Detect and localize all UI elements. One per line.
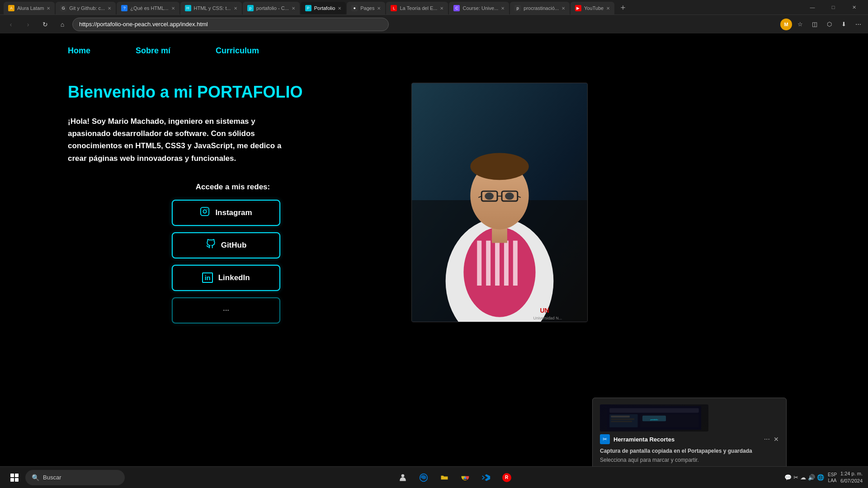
tab-favicon-alura: A xyxy=(8,5,14,11)
title-bar: A Alura Latam ✕ G Git y Github: c... ✕ ?… xyxy=(0,0,868,14)
home-button[interactable]: ⌂ xyxy=(55,18,70,31)
hero-bio: ¡Hola! Soy Mario Machado, ingeniero en s… xyxy=(68,115,285,164)
taskbar-search-label: Buscar xyxy=(43,474,61,481)
tab-bar: A Alura Latam ✕ G Git y Github: c... ✕ ?… xyxy=(4,0,797,14)
language-indicator[interactable]: ESP LAA xyxy=(828,472,837,483)
taskbar: 🔍 Buscar xyxy=(0,466,868,488)
site-nav: Home Sobre mí Curriculum xyxy=(0,33,868,56)
social-buttons: Instagram GitHub in Lin xyxy=(68,200,384,324)
nav-sobre-mi[interactable]: Sobre mí xyxy=(136,46,170,56)
profile-icon[interactable]: M xyxy=(780,19,792,30)
windows-logo xyxy=(10,474,19,482)
github-button[interactable]: GitHub xyxy=(172,232,280,258)
tab-close-htmlcss[interactable]: ✕ xyxy=(234,6,237,11)
new-tab-button[interactable]: ＋ xyxy=(615,2,631,13)
snip-menu-icon[interactable]: ··· xyxy=(764,435,770,443)
files-icon xyxy=(440,473,449,482)
tab-pages[interactable]: ● Pages ✕ xyxy=(347,2,385,14)
snip-sub: Selecciona aquí para marcar y compartir. xyxy=(600,456,779,464)
settings-icon[interactable]: ⋯ xyxy=(852,18,864,31)
tab-git[interactable]: G Git y Github: c... ✕ xyxy=(56,2,116,14)
volume-icon[interactable]: 🔊 xyxy=(808,474,815,481)
tab-favicon-pages: ● xyxy=(351,5,358,11)
reload-button[interactable]: ↻ xyxy=(38,18,52,31)
snip-preview: portafolio xyxy=(600,404,708,432)
tab-close-git[interactable]: ✕ xyxy=(108,6,111,11)
tab-favicon-html-what: ? xyxy=(121,5,127,11)
taskbar-search[interactable]: 🔍 Buscar xyxy=(25,470,125,485)
tab-teoria[interactable]: L La Teoría del E... ✕ xyxy=(386,2,448,14)
svg-point-20 xyxy=(485,192,494,200)
tab-portafolio-c[interactable]: p portafolio - C... ✕ xyxy=(243,2,300,14)
tab-label-htmlcss: HTML y CSS: t... xyxy=(194,5,231,11)
tab-label-teoria: La Teoría del E... xyxy=(400,5,437,11)
tab-close-youtube[interactable]: ✕ xyxy=(606,6,610,11)
svg-point-2 xyxy=(207,209,208,210)
taskbar-app-person[interactable] xyxy=(394,469,412,487)
nav-home[interactable]: Home xyxy=(68,46,90,56)
tab-close-pages[interactable]: ✕ xyxy=(377,6,381,11)
maximize-button[interactable]: □ xyxy=(823,0,844,14)
address-bar-row: ‹ › ↻ ⌂ M ☆ ◫ ⬡ ⬇ ⋯ xyxy=(0,14,868,33)
onedrive-icon[interactable]: ☁ xyxy=(800,474,806,481)
linkedin-button[interactable]: in LinkedIn xyxy=(172,265,280,291)
toolbar-icons: M ☆ ◫ ⬡ ⬇ ⋯ xyxy=(780,18,864,31)
tab-close-teoria[interactable]: ✕ xyxy=(440,6,443,11)
hero-right: UN Universidad N... Abierta y a D... xyxy=(411,83,588,466)
address-input[interactable] xyxy=(72,18,389,31)
nav-curriculum[interactable]: Curriculum xyxy=(216,46,259,56)
lang-region: LAA xyxy=(828,478,837,483)
tab-course[interactable]: C Course: Unive... ✕ xyxy=(449,2,509,14)
tab-alura[interactable]: A Alura Latam ✕ xyxy=(4,2,55,14)
instagram-button[interactable]: Instagram xyxy=(172,200,280,226)
more-social-label: ··· xyxy=(223,306,229,315)
tab-close-html-what[interactable]: ✕ xyxy=(171,6,175,11)
tab-close-procrastina[interactable]: ✕ xyxy=(561,6,565,11)
tab-close-alura[interactable]: ✕ xyxy=(47,6,50,11)
tab-label-course: Course: Unive... xyxy=(462,5,498,11)
taskbar-app-vscode[interactable] xyxy=(477,469,495,487)
taskbar-app-circle[interactable]: R xyxy=(498,469,516,487)
tab-html-what[interactable]: ? ¿Qué es HTML... ✕ xyxy=(117,2,179,14)
tab-close-portafolio-c[interactable]: ✕ xyxy=(292,6,295,11)
tab-close-portafolio[interactable]: ✕ xyxy=(338,6,341,11)
back-button[interactable]: ‹ xyxy=(4,18,18,31)
network-icon[interactable]: 🌐 xyxy=(817,474,824,481)
collections-icon[interactable]: ◫ xyxy=(808,18,821,31)
svg-rect-31 xyxy=(611,421,632,422)
tab-procrastina[interactable]: p procrastinació... ✕ xyxy=(510,2,570,14)
taskbar-app-edge[interactable] xyxy=(415,469,433,487)
profile-photo-svg: UN Universidad N... Abierta y a D... xyxy=(412,83,587,322)
edge-icon xyxy=(419,473,428,482)
tab-label-portafolio: Portafolio xyxy=(314,5,335,11)
snip-preview-svg: portafolio xyxy=(602,406,707,430)
start-button[interactable] xyxy=(5,469,24,487)
tab-close-course[interactable]: ✕ xyxy=(501,6,505,11)
downloads-icon[interactable]: ⬇ xyxy=(837,18,850,31)
tab-portafolio[interactable]: P Portafolio ✕ xyxy=(301,2,346,14)
more-social-button[interactable]: ··· xyxy=(172,297,280,324)
svg-point-1 xyxy=(203,210,207,213)
close-button[interactable]: ✕ xyxy=(844,0,864,14)
minimize-button[interactable]: — xyxy=(802,0,823,14)
discord-icon[interactable]: 💬 xyxy=(784,474,792,481)
instagram-icon xyxy=(200,206,210,219)
red-app-icon: R xyxy=(502,473,511,482)
profile-photo: UN Universidad N... Abierta y a D... xyxy=(411,83,588,322)
taskbar-app-files[interactable] xyxy=(435,469,453,487)
tab-youtube[interactable]: ▶ YouTube ✕ xyxy=(571,2,614,14)
snip-taskbar-icon[interactable]: ✂ xyxy=(793,474,798,481)
linkedin-label: LinkedIn xyxy=(218,273,250,282)
favorites-icon[interactable]: ☆ xyxy=(794,18,807,31)
taskbar-right: 💬 ✂ ☁ 🔊 🌐 ESP LAA 1:24 p. m. 6/07/2024 xyxy=(784,470,863,484)
snip-close-button[interactable]: ✕ xyxy=(774,436,779,443)
forward-button[interactable]: › xyxy=(21,18,35,31)
taskbar-clock[interactable]: 1:24 p. m. 6/07/2024 xyxy=(840,470,863,484)
tab-favicon-portafolio: P xyxy=(305,5,311,11)
taskbar-app-chrome[interactable] xyxy=(456,469,474,487)
snip-app-icon: ✂ xyxy=(600,434,610,444)
extensions-icon[interactable]: ⬡ xyxy=(823,18,835,31)
hero-section: Bienvenido a mi PORTAFOLIO ¡Hola! Soy Ma… xyxy=(0,56,868,466)
browser-frame: A Alura Latam ✕ G Git y Github: c... ✕ ?… xyxy=(0,0,868,488)
tab-htmlcss[interactable]: H HTML y CSS: t... ✕ xyxy=(180,2,242,14)
